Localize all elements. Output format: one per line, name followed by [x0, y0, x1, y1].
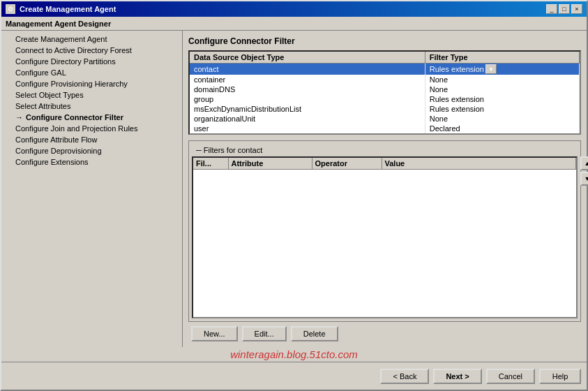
row-type: msExchDynamicDistributionList — [190, 104, 425, 114]
row-type: user — [190, 124, 425, 133]
filter-section: ─ Filters for contact Fil... Attribute O… — [188, 140, 581, 341]
sidebar-item-configure-deprovisioning[interactable]: Configure Deprovisioning — [1, 145, 182, 156]
filter-col-attribute: Attribute — [228, 158, 312, 170]
sidebar-item-label: Configure Connector Filter — [26, 113, 123, 121]
title-bar-left: ⚙ Create Management Agent — [6, 4, 116, 14]
filter-col-fil: Fil... — [193, 158, 228, 170]
row-filter: None — [425, 84, 579, 94]
bottom-bar: < Back Next > Cancel Help — [1, 362, 587, 390]
data-source-table-container: Data Source Object Type Filter Type cont… — [188, 50, 581, 135]
row-filter: Declared — [425, 124, 579, 133]
sidebar-item-label: Configure Join and Projection Rules — [15, 124, 138, 133]
move-up-button[interactable]: ▲ — [580, 156, 588, 170]
row-type: contact — [190, 64, 425, 75]
row-filter: Rules extension — [425, 104, 579, 114]
active-arrow-icon: → — [15, 113, 23, 121]
sidebar-item-configure-connector-filter[interactable]: → Configure Connector Filter — [1, 112, 182, 123]
filter-group: ─ Filters for contact Fil... Attribute O… — [188, 140, 581, 322]
row-type: organizationalUnit — [190, 114, 425, 124]
maximize-button[interactable]: □ — [559, 4, 570, 14]
row-type: group — [190, 94, 425, 104]
help-button[interactable]: Help — [539, 369, 581, 384]
sidebar-item-configure-directory-partitions[interactable]: Configure Directory Partitions — [1, 56, 182, 67]
filter-table: Fil... Attribute Operator Value — [193, 158, 576, 170]
row-filter: Rules extension ▼ — [425, 64, 579, 75]
sidebar-item-configure-join-projection-rules[interactable]: Configure Join and Projection Rules — [1, 123, 182, 134]
sidebar-item-create-management-agent[interactable]: Create Management Agent — [1, 34, 182, 45]
sidebar: Create Management Agent Connect to Activ… — [1, 31, 183, 347]
delete-button[interactable]: Delete — [291, 326, 338, 341]
row-filter: None — [425, 75, 579, 84]
minimize-button[interactable]: _ — [546, 4, 557, 14]
sidebar-item-label: Connect to Active Directory Forest — [15, 46, 132, 54]
sidebar-item-label: Select Object Types — [15, 91, 84, 99]
sidebar-item-select-object-types[interactable]: Select Object Types — [1, 89, 182, 101]
watermark: winteragain.blog.51cto.com — [1, 347, 587, 362]
filter-buttons: New... Edit... Delete — [188, 326, 581, 341]
sidebar-item-connect-to-ad-forest[interactable]: Connect to Active Directory Forest — [1, 45, 182, 56]
back-button[interactable]: < Back — [380, 369, 429, 384]
close-button[interactable]: × — [571, 4, 582, 14]
table-row[interactable]: organizationalUnit None — [190, 114, 580, 124]
edit-button[interactable]: Edit... — [242, 326, 287, 341]
table-row[interactable]: contact Rules extension ▼ — [190, 64, 580, 75]
sidebar-item-configure-gal[interactable]: Configure GAL — [1, 67, 182, 78]
sidebar-item-label: Configure Attribute Flow — [15, 135, 97, 144]
move-down-button[interactable]: ▼ — [580, 172, 588, 186]
sidebar-item-configure-extensions[interactable]: Configure Extensions — [1, 156, 182, 168]
row-type: domainDNS — [190, 84, 425, 94]
filter-col-value: Value — [382, 158, 576, 170]
panel-title: Configure Connector Filter — [188, 36, 581, 46]
title-controls: _ □ × — [546, 4, 582, 14]
cancel-button[interactable]: Cancel — [486, 369, 535, 384]
table-row[interactable]: user Declared — [190, 124, 580, 133]
next-button[interactable]: Next > — [433, 369, 481, 384]
main-window: ⚙ Create Management Agent _ □ × Manageme… — [0, 0, 588, 391]
main-area: Create Management Agent Connect to Activ… — [1, 31, 587, 347]
sidebar-item-label: Select Attributes — [15, 102, 71, 110]
row-type: container — [190, 75, 425, 84]
table-row[interactable]: msExchDynamicDistributionList Rules exte… — [190, 104, 580, 114]
table-row[interactable]: group Rules extension — [190, 94, 580, 104]
sub-header-label: Management Agent Designer — [6, 20, 111, 28]
sidebar-item-label: Configure Provisioning Hierarchy — [15, 80, 128, 88]
up-down-buttons: ▲ ▼ — [580, 156, 588, 186]
content-area: Management Agent Designer Create Managem… — [1, 17, 587, 390]
sidebar-item-label: Configure Extensions — [15, 158, 89, 166]
data-source-table: Data Source Object Type Filter Type cont… — [190, 52, 580, 133]
row-filter: None — [425, 114, 579, 124]
filter-table-container: Fil... Attribute Operator Value — [192, 156, 578, 318]
sidebar-item-label: Configure GAL — [15, 68, 66, 77]
filter-col-operator: Operator — [312, 158, 382, 170]
sidebar-item-configure-attribute-flow[interactable]: Configure Attribute Flow — [1, 134, 182, 145]
window-icon: ⚙ — [6, 4, 15, 14]
sidebar-item-configure-provisioning-hierarchy[interactable]: Configure Provisioning Hierarchy — [1, 78, 182, 89]
title-bar: ⚙ Create Management Agent _ □ × — [1, 1, 587, 17]
window-title: Create Management Agent — [20, 5, 116, 13]
row-filter: Rules extension — [425, 94, 579, 104]
sidebar-item-label: Configure Directory Partitions — [15, 57, 116, 66]
col-header-type: Data Source Object Type — [190, 52, 425, 64]
sidebar-item-label: Configure Deprovisioning — [15, 147, 102, 155]
new-button[interactable]: New... — [191, 326, 238, 341]
sub-header: Management Agent Designer — [1, 17, 587, 31]
table-row[interactable]: domainDNS None — [190, 84, 580, 94]
sidebar-item-label: Create Management Agent — [15, 35, 107, 43]
table-row[interactable]: container None — [190, 75, 580, 84]
right-panel: Configure Connector Filter Data Source O… — [183, 31, 587, 347]
col-header-filter: Filter Type — [425, 52, 579, 64]
filter-group-label: ─ Filters for contact — [192, 144, 578, 156]
filter-dropdown-button[interactable]: ▼ — [485, 64, 497, 74]
sidebar-item-select-attributes[interactable]: Select Attributes — [1, 101, 182, 112]
